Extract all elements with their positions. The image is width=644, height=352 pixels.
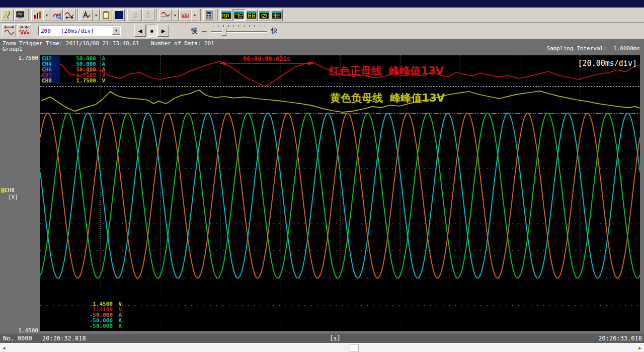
slider-thumb[interactable] [222,28,226,36]
mode-numeric-icon [272,11,282,20]
play-forward-button[interactable]: ▶ [157,25,169,37]
x-axis-unit: [s] [330,335,341,342]
slider-track[interactable] [211,31,267,33]
dropdown-arrow-icon: ▼ [174,14,177,17]
monitor-icon [16,11,25,20]
playback-controls: ◀ ■ ▶ [134,25,169,37]
group-down-button[interactable]: ▼ Gr- [142,9,154,21]
range-select-value: 200 (20ms/div) [39,28,112,34]
speed-slider[interactable] [211,25,267,37]
calculator-icon [205,11,214,20]
mode-waveform-icon [221,11,231,20]
group-up-button[interactable]: ▲ Gr+ [130,9,142,21]
wave-width-icon [65,11,74,20]
mode-zoom-window-icon [234,11,244,20]
clipboard-icon [102,11,111,20]
scroll-right-icon: ► [638,346,642,350]
selected-channel-name: CH8 [5,187,15,194]
stop-button[interactable]: ■ [146,25,157,37]
scroll-left-button[interactable]: ◄ [0,344,8,352]
monitor-view-button[interactable] [14,9,26,21]
mode-quad-button[interactable] [246,9,258,21]
slow-label: 慢 [191,26,198,35]
dropdown-arrow-icon: ▼ [193,14,197,17]
channel-display-button[interactable] [31,9,43,21]
range-select[interactable]: 200 (20ms/div) ▼ [38,26,121,36]
annotate-dropdown[interactable]: ▼ [93,9,100,21]
toolbar-separator [217,9,218,21]
zoom-toolbar: 200 (20ms/div) ▼ ◀ ■ ▶ 慢 – 快 [0,23,644,39]
annotate-button[interactable] [80,9,93,21]
toolbar-separator [200,9,201,21]
combo-arrow-icon[interactable]: ▼ [112,27,120,35]
channel-display-dropdown[interactable]: ▼ [43,9,50,21]
channel-scale-bottom-list: 1.4500V1.4189V-50.000A-50.000A-50.000A [58,301,122,329]
horizontal-scrollbar[interactable]: ◄ ► [0,343,644,352]
sampling-interval: Sampling Interval: 1.0000ms [547,45,640,52]
selected-channel-unit: [V] [1,194,39,200]
slider-ticks [213,25,265,27]
zoom-wave-button[interactable] [51,9,63,21]
group-up-label: Gr+ [132,16,139,19]
stop-icon: ■ [150,28,153,34]
window-titlebar[interactable]: Viewer1 C:\Users\Administrator\Desktop\唐… [0,0,644,8]
axis-label-bottom: 1.4500 [0,327,38,334]
scroll-right-button[interactable]: ► [636,344,644,352]
zoom-wave-icon [52,11,61,20]
mode-quad-icon [247,11,257,20]
toolbar-separator [127,9,128,21]
number-of-data: Number of Data: 201 [151,40,214,47]
expand-horizontal-button[interactable] [2,24,16,37]
scrollbar-thumb[interactable] [350,344,359,352]
wave-width-button[interactable] [63,9,75,21]
cursor-wave-dropdown[interactable]: ▼ [172,9,179,21]
channel-scale-row: CH81.7500V [42,78,105,83]
channel-bars-icon [33,11,42,20]
mode-zoom-window-button[interactable] [233,9,245,21]
color-swatch-icon [114,11,123,20]
selected-channel-label: CH8 [V] [1,187,39,200]
group-down-label: Gr- [146,16,151,19]
compress-wave-icon [19,25,30,36]
scale-axis-button[interactable] [179,9,191,21]
compress-horizontal-button[interactable] [17,24,31,37]
play-back-button[interactable]: ◀ [134,25,146,37]
main-toolbar: ▼ ▼ ▲ Gr+ ▼ Gr- ▼ ▼ [0,8,644,23]
scale-axis-dropdown[interactable]: ▼ [191,9,198,21]
time-per-div-label: [20.00ms/div] [578,59,637,68]
scroll-left-icon: ◄ [2,346,6,350]
fast-label: 快 [271,26,278,35]
scale-comb-icon [181,11,190,20]
dropdown-arrow-icon: ▼ [95,14,98,17]
info-strip: Zoom Trigger Time: 2011/10/08 21:33:48.6… [0,39,644,54]
open-waveform-button[interactable] [2,9,14,21]
group-label: Group1 [3,46,23,52]
dropdown-arrow-icon: ▼ [45,14,49,17]
play-left-icon: ◀ [138,28,142,34]
annotation-red-bus: 红色正母线 峰峰值13V [329,64,444,78]
copy-button[interactable] [100,9,112,21]
start-time: 20:26:32.818 [42,335,86,342]
toolbar-separator [28,9,29,21]
cursor-wave-icon [161,11,170,20]
mode-numeric-button[interactable] [271,9,283,21]
annotation-yellow-bus: 黄色负母线 峰峰值13V [330,91,445,105]
mode-waveform-button[interactable] [220,9,232,21]
measure-cursor-label: 00:00:00.031s [206,55,327,62]
waveform-file-icon [3,11,12,20]
channel-scale-top-list: CH250.000ACH450.000ACH650.000ACH71.7189V… [42,56,105,83]
cursor-wave-button[interactable] [159,9,172,21]
axis-label-top: 1.7500 [0,55,38,61]
zoom-trigger-time: Zoom Trigger Time: 2011/10/08 21:33:48.6… [3,40,139,47]
expand-wave-icon [4,25,15,36]
waveform-canvas[interactable]: CH250.000ACH450.000ACH650.000ACH71.7189V… [40,55,640,331]
calculator-button[interactable] [203,9,215,21]
color-swatch-button[interactable] [113,9,125,21]
mode-xy-button[interactable] [258,9,270,21]
toolbar-separator [156,9,157,21]
channel-color-chip [1,188,5,193]
plot-region: 1.7500 1.4500 CH8 [V] CH250.000ACH450.00… [0,54,644,334]
text-annotate-icon [82,11,91,20]
channel-scale-row: -50.000A [58,323,122,329]
record-number: No. 0000 [3,335,32,342]
